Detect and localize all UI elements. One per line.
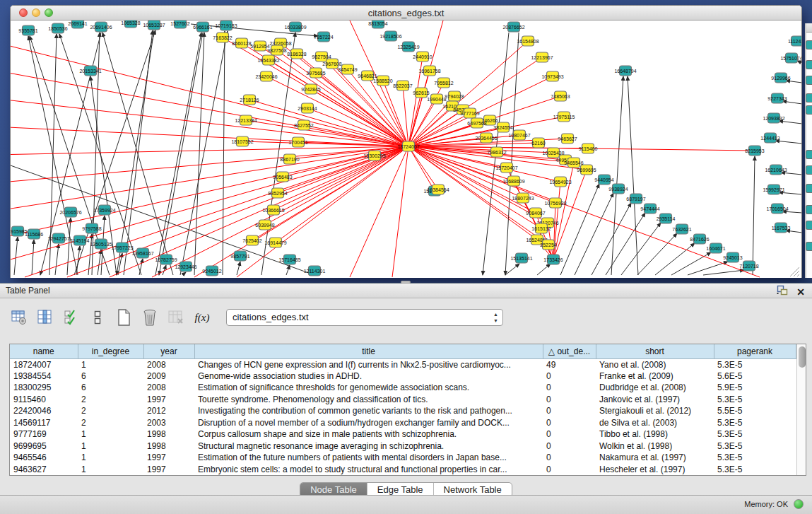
table-row[interactable]: 1830029562008Estimation of significance … <box>10 382 796 394</box>
network-node[interactable]: 8867190 <box>280 154 299 164</box>
network-node[interactable] <box>806 242 812 251</box>
network-node[interactable]: 7120718 <box>739 261 758 271</box>
network-node[interactable]: 8471626 <box>690 234 709 244</box>
network-node[interactable]: 9115460 <box>579 144 598 153</box>
table-cell[interactable]: 2012 <box>143 405 194 417</box>
network-node[interactable]: 2069141 <box>68 21 87 28</box>
table-cell[interactable]: 9699695 <box>10 440 78 452</box>
network-node[interactable] <box>806 93 812 103</box>
network-node[interactable]: 2718126 <box>240 95 259 105</box>
table-scrollbar[interactable] <box>796 344 806 475</box>
memory-ok-indicator[interactable] <box>794 499 804 509</box>
table-cell[interactable]: 9115460 <box>10 394 78 406</box>
network-node[interactable]: 19654923 <box>549 177 571 187</box>
network-node[interactable]: 20364456 <box>475 133 497 143</box>
network-node[interactable]: 1850536 <box>48 23 67 33</box>
resize-grip-icon[interactable] <box>797 274 799 276</box>
network-node[interactable]: 8813054 <box>368 21 387 28</box>
network-node[interactable]: 9129966 <box>771 73 790 83</box>
table-cell[interactable]: Embryonic stem cells: a model to study s… <box>194 464 543 476</box>
node-table[interactable]: namein_degreeyeartitle△ out_de...shortpa… <box>10 344 796 475</box>
close-panel-icon[interactable]: ✕ <box>796 286 805 298</box>
network-node[interactable]: 62160 <box>531 138 546 148</box>
network-node[interactable]: 3975685 <box>306 68 325 78</box>
network-node[interactable]: 9245013 <box>723 252 742 262</box>
show-columns-icon[interactable] <box>36 308 54 327</box>
table-cell[interactable]: Estimation of significance thresholds fo… <box>194 382 543 394</box>
network-node[interactable]: 1065328 <box>121 21 140 28</box>
table-options-icon[interactable] <box>10 308 28 327</box>
table-cell[interactable]: Estimation of the future numbers of pati… <box>194 452 543 464</box>
table-cell[interactable]: Dudbridge et al. (2008) <box>596 382 714 394</box>
network-node[interactable]: 9938924 <box>608 184 628 194</box>
network-node[interactable]: 10719183 <box>215 21 237 30</box>
table-cell[interactable]: Investigating the contribution of common… <box>194 405 543 417</box>
table-cell[interactable]: 6 <box>78 370 143 382</box>
network-node[interactable]: 7485063 <box>551 91 570 101</box>
table-cell[interactable]: 6 <box>78 382 143 394</box>
network-node[interactable]: 13505135 <box>90 239 112 249</box>
table-row[interactable]: 2242004622012Investigating the contribut… <box>10 405 796 417</box>
network-node[interactable]: 1604671 <box>706 243 725 253</box>
network-node[interactable]: 8352954 <box>268 188 287 198</box>
delete-icon[interactable] <box>141 308 159 327</box>
table-cell[interactable]: 2008 <box>143 382 194 394</box>
network-node[interactable]: 7955812 <box>434 78 453 88</box>
table-cell[interactable]: 0 <box>543 452 596 464</box>
network-node[interactable]: 8660128 <box>232 38 251 48</box>
network-node[interactable]: 2935114 <box>657 214 676 223</box>
table-cell[interactable]: 0 <box>543 417 596 429</box>
network-node[interactable]: 16648794 <box>614 66 636 76</box>
network-node[interactable]: 10756928 <box>544 198 566 208</box>
table-cell[interactable]: 5.3E-5 <box>714 464 796 476</box>
network-node[interactable]: 1167533 <box>772 223 791 233</box>
table-cell[interactable]: 1 <box>78 464 143 476</box>
column-header-pagerank[interactable]: pagerank <box>714 344 796 358</box>
table-cell[interactable]: 22420046 <box>10 405 78 417</box>
table-cell[interactable]: Genome-wide association studies in ADHD. <box>194 370 543 382</box>
table-cell[interactable]: Changes of HCN gene expression and I(f) … <box>194 358 543 370</box>
network-node[interactable]: 12114301 <box>304 266 326 276</box>
network-node[interactable]: 7632621 <box>672 224 691 234</box>
table-cell[interactable]: de Silva et al. (2003) <box>596 417 714 429</box>
table-cell[interactable]: Corpus callosum shape and size in male p… <box>194 428 543 440</box>
network-node[interactable]: 9355781 <box>18 25 37 35</box>
table-cell[interactable]: Wolkin et al. (1998) <box>596 440 714 452</box>
table-cell[interactable]: 5.9E-5 <box>714 382 796 394</box>
column-header-title[interactable]: title <box>194 344 543 358</box>
network-node[interactable]: 3824554 <box>493 122 512 132</box>
network-node[interactable]: 1990448 <box>427 94 446 104</box>
network-node[interactable]: 9440954 <box>594 175 613 185</box>
table-cell[interactable]: 0 <box>543 382 596 394</box>
table-cell[interactable]: 0 <box>543 428 596 440</box>
network-node[interactable]: 6966161 <box>193 22 212 32</box>
network-node[interactable]: 8186328 <box>287 49 306 59</box>
network-node[interactable]: 15992971 <box>763 185 784 194</box>
table-row[interactable]: 977716911998Corpus callosum shape and si… <box>10 428 796 440</box>
network-node[interactable]: 16914479 <box>264 238 286 247</box>
network-node[interactable]: 17016504 <box>766 204 788 214</box>
network-node[interactable]: 1733426 <box>543 255 563 264</box>
network-node[interactable]: 17975115 <box>553 112 575 122</box>
network-node[interactable]: 2903144 <box>298 103 317 113</box>
table-cell[interactable]: Stergiakouli et al. (2012) <box>596 405 714 417</box>
network-node[interactable] <box>806 150 812 159</box>
table-cell[interactable]: 1997 <box>143 464 194 476</box>
new-file-icon[interactable] <box>114 308 133 327</box>
network-node[interactable] <box>806 105 812 115</box>
table-selector-dropdown[interactable]: citations_edges.txt ▲▼ <box>226 309 503 326</box>
network-node[interactable]: 8215953 <box>745 146 764 156</box>
column-header-out_de[interactable]: △ out_de... <box>543 344 596 358</box>
table-cell[interactable]: 9463627 <box>10 464 78 476</box>
table-cell[interactable]: 9465546 <box>10 452 78 464</box>
network-node[interactable]: 252254 <box>540 240 556 250</box>
table-cell[interactable]: 1997 <box>143 394 194 406</box>
table-cell[interactable]: 2003 <box>143 417 194 429</box>
table-row[interactable]: 1456911722003Disruption of a novel membe… <box>10 417 796 429</box>
table-cell[interactable]: 2 <box>78 394 143 406</box>
network-window[interactable]: citations_edges.txt 93557811850536206914… <box>10 5 802 278</box>
network-node[interactable]: 16961758 <box>418 66 440 76</box>
network-node[interactable]: 9474444 <box>640 204 659 214</box>
network-node[interactable] <box>806 60 812 69</box>
network-node[interactable] <box>806 184 812 193</box>
